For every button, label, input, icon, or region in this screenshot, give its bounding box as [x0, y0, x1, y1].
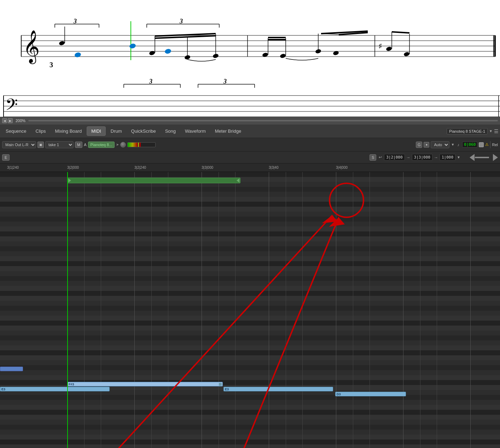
- note-icon: ♪: [456, 142, 461, 147]
- s-button[interactable]: S: [370, 154, 376, 161]
- playhead: [67, 172, 68, 448]
- end-position[interactable]: 3|3|000: [412, 154, 432, 161]
- black-key-row: [0, 335, 500, 340]
- svg-text:3: 3: [179, 18, 183, 25]
- zoom-slider[interactable]: [28, 120, 498, 121]
- black-key-row: [0, 350, 500, 355]
- black-key-row: [0, 440, 500, 444]
- edit-button[interactable]: E: [2, 154, 10, 161]
- black-key-row: [0, 291, 500, 296]
- black-key-row: [0, 172, 500, 177]
- midi-note-d3[interactable]: D3: [335, 392, 406, 396]
- tab-clips[interactable]: Clips: [31, 127, 50, 136]
- right-controls: G ● Auto ▼ ♪ 0|060 ⚠ Rel: [416, 141, 498, 148]
- bpm-display: 0|060: [462, 142, 477, 148]
- svg-text:𝄞: 𝄞: [23, 30, 40, 64]
- svg-text:3: 3: [73, 18, 77, 25]
- vgrid-sub-7: [286, 172, 286, 448]
- plugin-dropdown-arrow[interactable]: ▼: [489, 129, 493, 133]
- tab-drum[interactable]: Drum: [106, 127, 126, 136]
- midi-piano-roll[interactable]: E3 F#3 E3 D3: [0, 172, 500, 448]
- plugin-button[interactable]: Pianoteq 8...: [88, 142, 115, 148]
- svg-point-16: [164, 48, 172, 54]
- vgrid-beat-7: [470, 172, 471, 448]
- tab-meter-bridge[interactable]: Meter Bridge: [211, 127, 245, 136]
- right-indicator: [470, 153, 498, 162]
- midi-note-e3-2[interactable]: E3: [223, 387, 333, 391]
- length-display[interactable]: 1|000: [440, 154, 455, 161]
- track-header: Main Out L-R ▣ take 1 M A Pianoteq 8... …: [0, 138, 500, 151]
- ruler-label-1: 3|2|000: [67, 166, 79, 170]
- ruler-label-5: 3|4|000: [336, 166, 348, 170]
- tab-song[interactable]: Song: [161, 127, 180, 136]
- auto-dropdown-arrow[interactable]: ▼: [451, 143, 454, 147]
- black-key-row: [0, 217, 500, 222]
- track-output-select[interactable]: Main Out L-R: [2, 141, 36, 148]
- separator: [490, 141, 490, 148]
- vgrid-sub-2: [101, 172, 101, 448]
- timeline-ruler: 3|1|240 3|2|000 3|2|240 3|3|000 3|3|40 3…: [0, 163, 500, 172]
- volume-knob[interactable]: [120, 142, 126, 148]
- vgrid-sub-12: [437, 172, 437, 448]
- ruler-label-4: 3|3|40: [269, 166, 278, 170]
- tab-quickscribe[interactable]: QuickScribe: [127, 127, 160, 136]
- take-select[interactable]: take 1: [45, 141, 74, 148]
- vgrid-beat-2: [134, 172, 135, 448]
- g-button[interactable]: G: [416, 142, 423, 148]
- vgrid-beat-3: [202, 172, 202, 448]
- color-swatch[interactable]: [479, 142, 484, 147]
- vgrid-sub-6: [235, 172, 236, 448]
- clip-region[interactable]: [67, 178, 240, 183]
- rec-button[interactable]: ●: [424, 142, 429, 148]
- plugin-name[interactable]: Pianoteq 8 STAGE-1: [447, 128, 488, 134]
- vgrid-sub-11: [420, 172, 420, 448]
- tab-waveform[interactable]: Waveform: [181, 127, 210, 136]
- svg-text:3: 3: [50, 61, 53, 69]
- rel-button[interactable]: Rel: [492, 143, 498, 147]
- zoom-bar: ◀ ▶ 200%: [0, 117, 500, 125]
- svg-marker-69: [470, 154, 475, 161]
- plugin-area: Pianoteq 8 STAGE-1 ▼ ☰: [447, 128, 499, 134]
- black-key-row: [0, 410, 500, 415]
- svg-point-36: [280, 53, 286, 59]
- level-meter: [127, 142, 156, 147]
- automation-select[interactable]: Auto: [431, 141, 449, 148]
- arrow-right: →: [406, 155, 411, 160]
- track-icon-button[interactable]: ▣: [37, 142, 44, 148]
- undo-icon[interactable]: ↩: [378, 155, 383, 160]
- black-key-row: [0, 306, 500, 311]
- midi-note-fs3[interactable]: F#3: [67, 382, 223, 386]
- black-key-row: [0, 365, 500, 370]
- zoom-out-arrow[interactable]: ◀: [2, 118, 7, 123]
- vgrid-sub-8: [302, 172, 303, 448]
- black-key-row: [0, 395, 500, 400]
- midi-note-e3-1[interactable]: E3: [0, 387, 110, 391]
- note-handle[interactable]: [219, 383, 222, 386]
- clip-left-arrow: [68, 178, 71, 183]
- vgrid-sub-9: [353, 172, 353, 448]
- meter-empty: [141, 143, 155, 147]
- svg-point-48: [386, 46, 392, 52]
- svg-marker-71: [493, 154, 498, 161]
- svg-text:3: 3: [223, 78, 227, 85]
- sheet-music-area: 𝄞 3 3 3: [0, 0, 500, 117]
- tab-midi[interactable]: MIDI: [87, 126, 105, 136]
- start-position[interactable]: 3|2|000: [384, 154, 405, 161]
- vgrid-sub-5: [219, 172, 219, 448]
- svg-text:3: 3: [149, 78, 152, 85]
- hamburger-menu[interactable]: ☰: [494, 128, 499, 134]
- zoom-in-arrow[interactable]: ▶: [8, 118, 13, 123]
- vgrid-beat-4: [269, 172, 269, 448]
- svg-point-14: [74, 52, 82, 58]
- svg-line-52: [392, 32, 409, 33]
- black-key-row: [0, 187, 500, 192]
- tab-sequence[interactable]: Sequence: [1, 127, 31, 136]
- vgrid-sub-3: [151, 172, 152, 448]
- zoom-arrows[interactable]: ◀ ▶: [2, 118, 13, 123]
- mute-button[interactable]: M: [75, 142, 82, 148]
- tab-mixing-board[interactable]: Mixing Board: [51, 127, 86, 136]
- length-dropdown[interactable]: ▼: [457, 155, 460, 159]
- blue-clip-left[interactable]: [0, 367, 23, 371]
- clip-right-arrow: [237, 178, 239, 183]
- position-controls: S ↩ 3|2|000 → 3|3|000 → 1|000 ▼: [370, 154, 460, 161]
